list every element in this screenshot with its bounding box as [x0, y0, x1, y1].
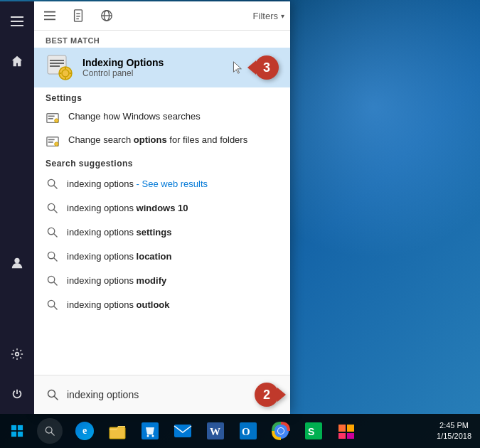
search-icon-5 [46, 298, 58, 311]
svg-point-55 [147, 435, 149, 437]
suggestion-text-0: indexing options - See web results [67, 178, 208, 189]
best-match-subtitle: Control panel [82, 68, 164, 78]
search-footer[interactable]: indexing options 2 [34, 375, 290, 414]
sidebar-person[interactable] [0, 246, 34, 280]
search-header-icons [40, 6, 117, 26]
search-query[interactable]: indexing options [67, 389, 255, 400]
svg-line-34 [53, 185, 56, 188]
best-match-section: Best match Indexing Options [34, 31, 290, 87]
hamburger-icon[interactable] [40, 6, 60, 26]
svg-rect-31 [48, 142, 53, 143]
svg-point-32 [55, 142, 58, 146]
taskbar-mail[interactable] [166, 414, 199, 448]
svg-line-46 [55, 397, 58, 400]
svg-line-40 [53, 257, 56, 260]
taskbar-search-button[interactable] [37, 418, 63, 444]
change-search-options-text: Change search options for files and fold… [68, 134, 247, 146]
svg-text:W: W [210, 426, 220, 437]
suggestion-item-0[interactable]: indexing options - See web results [34, 171, 290, 196]
svg-rect-68 [347, 425, 354, 432]
start-button[interactable] [0, 414, 34, 448]
taskbar: e [0, 414, 480, 448]
filters-button[interactable]: Filters ▾ [253, 11, 284, 21]
svg-rect-50 [18, 432, 23, 437]
start-sidebar [0, 1, 34, 414]
settings-item-icon [46, 111, 60, 125]
svg-rect-47 [11, 425, 16, 430]
svg-rect-17 [50, 63, 64, 64]
svg-rect-67 [338, 425, 346, 432]
suggestion-text-4: indexing options modify [67, 275, 166, 286]
step2-badge: 2 [255, 383, 279, 407]
suggestion-item-2[interactable]: indexing options settings [34, 220, 290, 244]
footer-search-icon [46, 388, 60, 402]
taskbar-items: e [68, 414, 428, 448]
settings-section: Settings Change how Windows searches [34, 87, 290, 153]
search-icon-2 [46, 225, 58, 238]
svg-rect-2 [11, 25, 23, 26]
svg-rect-57 [174, 425, 191, 437]
svg-rect-30 [48, 139, 55, 140]
globe-icon[interactable] [97, 6, 117, 26]
suggestion-text-3: indexing options location [67, 251, 171, 262]
indexing-options-icon [46, 53, 74, 82]
svg-line-52 [51, 432, 54, 435]
svg-rect-8 [75, 10, 82, 21]
svg-point-28 [55, 119, 58, 122]
taskbar-app1[interactable]: S [297, 414, 330, 448]
search-header: Filters ▾ [34, 1, 290, 31]
search-icon-0 [46, 177, 58, 190]
svg-rect-6 [44, 15, 55, 16]
suggestion-item-4[interactable]: indexing options modify [34, 268, 290, 292]
svg-rect-5 [44, 11, 55, 13]
taskbar-outlook[interactable]: O [232, 414, 265, 448]
svg-point-3 [14, 258, 19, 263]
svg-point-64 [278, 428, 284, 434]
suggestion-text-5: indexing options outlook [67, 299, 170, 310]
suggestion-text-2: indexing options settings [67, 227, 171, 238]
change-windows-search-item[interactable]: Change how Windows searches [34, 106, 290, 129]
svg-text:O: O [242, 426, 250, 437]
suggestion-item-5[interactable]: indexing options outlook [34, 292, 290, 316]
change-search-options-item[interactable]: Change search options for files and fold… [34, 129, 290, 153]
taskbar-clock[interactable]: 2:45 PM 1/15/2018 [428, 420, 480, 442]
search-icon-4 [46, 274, 58, 287]
svg-point-4 [16, 353, 19, 356]
svg-rect-1 [11, 21, 23, 22]
svg-line-38 [53, 233, 56, 236]
taskbar-word[interactable]: W [199, 414, 232, 448]
best-match-item[interactable]: Indexing Options Control panel 3 [34, 48, 290, 87]
document-icon[interactable] [68, 6, 88, 26]
best-match-text: Indexing Options Control panel [82, 57, 164, 78]
svg-rect-0 [11, 16, 23, 18]
svg-rect-48 [18, 425, 23, 430]
svg-rect-18 [50, 65, 60, 67]
svg-rect-49 [11, 432, 16, 437]
sidebar-home[interactable] [0, 44, 34, 78]
svg-rect-70 [347, 433, 354, 439]
taskbar-file-explorer[interactable] [101, 414, 134, 448]
taskbar-edge[interactable]: e [68, 414, 101, 448]
svg-rect-69 [338, 433, 346, 439]
filters-label: Filters [253, 11, 278, 21]
step3-badge: 3 [255, 55, 279, 80]
clock-time: 2:45 PM [437, 420, 471, 431]
change-windows-search-text: Change how Windows searches [68, 110, 201, 123]
suggestions-section: Search suggestions indexing options - Se… [34, 153, 290, 316]
chevron-down-icon: ▾ [281, 12, 284, 20]
svg-rect-16 [50, 60, 64, 61]
settings-item2-icon [46, 134, 60, 149]
suggestion-item-3[interactable]: indexing options location [34, 244, 290, 268]
svg-line-42 [53, 282, 56, 284]
suggestion-item-1[interactable]: indexing options windows 10 [34, 196, 290, 220]
suggestion-text-1: indexing options windows 10 [67, 203, 188, 213]
sidebar-power[interactable] [0, 377, 34, 411]
sidebar-settings[interactable] [0, 337, 34, 371]
taskbar-store[interactable] [134, 414, 166, 448]
suggestions-label: Search suggestions [34, 153, 290, 171]
taskbar-chrome[interactable] [265, 414, 297, 448]
settings-label: Settings [34, 87, 290, 106]
taskbar-app2[interactable] [330, 414, 363, 448]
sidebar-hamburger[interactable] [0, 4, 34, 38]
search-icon-1 [46, 201, 58, 214]
